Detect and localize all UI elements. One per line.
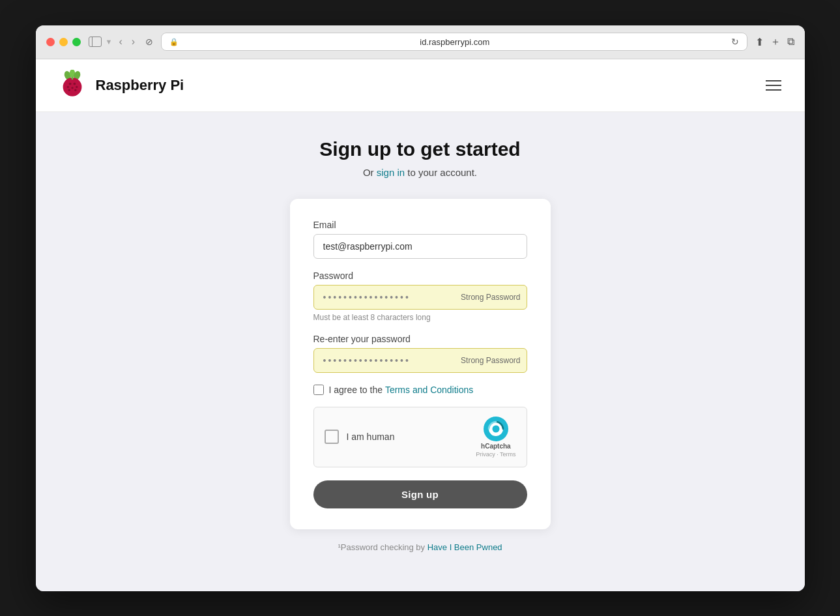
email-label: Email [313, 220, 527, 230]
raspberry-pi-logo [57, 70, 88, 101]
browser-controls: ▼ ‹ › [89, 35, 138, 49]
captcha-left: I am human [325, 430, 395, 444]
browser-chrome: ▼ ‹ › ⊘ 🔒 id.raspberrypi.com ↻ ⬆ ＋ ⧉ [36, 25, 805, 59]
sidebar-toggle-button[interactable] [89, 37, 102, 47]
browser-actions: ⬆ ＋ ⧉ [755, 35, 794, 49]
svg-point-5 [73, 82, 76, 85]
footer-note-prefix: ¹Password checking by [338, 542, 427, 552]
email-field-group: Email [313, 220, 527, 259]
logo-area: Raspberry Pi [57, 70, 184, 101]
minimize-window-button[interactable] [59, 38, 68, 46]
svg-point-8 [76, 85, 78, 87]
password-field-group: Password Strong Password Must be at leas… [313, 271, 527, 322]
password-hint: Must be at least 8 characters long [313, 313, 527, 322]
email-input[interactable] [313, 234, 527, 259]
page-heading: Sign up to get started [319, 138, 520, 160]
hamburger-line [766, 85, 781, 86]
shield-icon: ⊘ [145, 37, 153, 47]
address-bar[interactable]: 🔒 id.raspberrypi.com ↻ [161, 33, 747, 51]
captcha-links: Privacy · Terms [476, 451, 515, 458]
svg-rect-11 [71, 76, 73, 80]
signup-button[interactable]: Sign up [313, 480, 527, 508]
lock-icon: 🔒 [169, 38, 179, 46]
password-input[interactable] [313, 285, 527, 310]
terms-link[interactable]: Terms and Conditions [385, 385, 473, 395]
captcha-text: I am human [347, 432, 395, 442]
terms-checkbox[interactable] [313, 385, 324, 395]
footer-note: ¹Password checking by Have I Been Pwned [338, 542, 502, 552]
subheading-suffix: to your account. [407, 167, 477, 178]
close-window-button[interactable] [46, 38, 55, 46]
password-label: Password [313, 271, 527, 281]
captcha-logo: hCaptcha Privacy · Terms [476, 417, 515, 458]
captcha-box[interactable]: I am human hCaptcha Priva [313, 407, 527, 467]
url-text: id.raspberrypi.com [184, 37, 725, 47]
password-input-wrapper: Strong Password [313, 285, 527, 310]
forward-button[interactable]: › [129, 35, 138, 49]
chevron-down-icon: ▼ [106, 38, 113, 46]
terms-checkbox-row: I agree to the Terms and Conditions [313, 385, 527, 395]
checkbox-prefix: I agree to the [329, 385, 385, 395]
reenter-password-label: Re-enter your password [313, 334, 527, 344]
hamburger-line [766, 80, 781, 81]
maximize-window-button[interactable] [72, 38, 81, 46]
svg-point-9 [68, 89, 70, 91]
site-header: Raspberry Pi [36, 59, 805, 112]
back-button[interactable]: ‹ [116, 35, 124, 49]
page-subheading: Or sign in to your account. [363, 167, 477, 178]
menu-button[interactable] [763, 78, 784, 93]
new-tab-button[interactable]: ＋ [770, 35, 781, 49]
captcha-brand: hCaptcha [481, 443, 511, 450]
reenter-password-field-group: Re-enter your password Strong Password [313, 334, 527, 373]
page-content: Raspberry Pi Sign up to get started Or s… [36, 59, 805, 591]
subheading-prefix: Or [363, 167, 377, 178]
svg-point-14 [492, 425, 499, 432]
captcha-checkbox[interactable] [325, 430, 339, 444]
reenter-password-input-wrapper: Strong Password [313, 348, 527, 373]
svg-point-4 [68, 82, 71, 85]
traffic-lights [46, 38, 81, 46]
refresh-button[interactable]: ↻ [731, 37, 739, 47]
svg-point-6 [66, 85, 68, 87]
site-title: Raspberry Pi [96, 77, 184, 94]
tab-overview-button[interactable]: ⧉ [787, 36, 794, 48]
svg-point-7 [71, 87, 73, 89]
svg-point-10 [74, 89, 76, 91]
hamburger-line [766, 89, 781, 91]
hcaptcha-icon [484, 417, 508, 441]
terms-label: I agree to the Terms and Conditions [329, 385, 474, 395]
reenter-password-input[interactable] [313, 348, 527, 373]
form-card: Email Password Strong Password Must be a… [290, 199, 551, 529]
hibp-link[interactable]: Have I Been Pwned [427, 542, 502, 552]
main-area: Sign up to get started Or sign in to you… [36, 112, 805, 591]
signin-link[interactable]: sign in [377, 167, 405, 178]
share-button[interactable]: ⬆ [755, 36, 764, 48]
